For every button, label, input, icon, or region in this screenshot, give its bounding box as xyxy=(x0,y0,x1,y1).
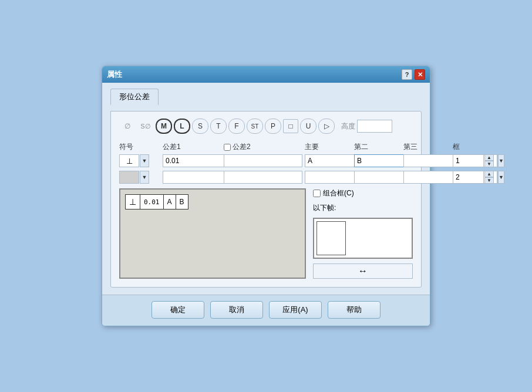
row1-symbol-value: ⊥ xyxy=(126,157,133,165)
preview-sym-icon: ⊥ xyxy=(126,195,140,209)
row2-symbol-cell: ▼ xyxy=(119,171,160,184)
sym-f[interactable]: F xyxy=(228,119,245,134)
row2-tol2-cell xyxy=(224,171,302,184)
row1-frame-cell: ▲ ▼ xyxy=(453,154,494,167)
right-panel: 组合框(C) 以下帧: ↔ xyxy=(313,188,413,279)
main-area: ⊥ 0.01 A B 组合框(C) 以下帧: xyxy=(119,188,413,279)
row1-frame-up[interactable]: ▲ xyxy=(484,154,494,161)
row1-symbol-dropdown[interactable]: ▼ xyxy=(140,154,149,167)
row2-tol2-input[interactable] xyxy=(224,171,302,184)
row1-frame-spinner: ▲ ▼ xyxy=(484,154,494,167)
row1-frame-input[interactable] xyxy=(453,154,484,167)
header-symbol: 符号 xyxy=(119,142,160,152)
row2-frame-down[interactable]: ▼ xyxy=(484,177,494,184)
row2-tol1-cell xyxy=(163,171,221,184)
sym-rect[interactable]: □ xyxy=(283,119,298,133)
preview-tol-value: 0.01 xyxy=(140,195,164,209)
sym-play[interactable]: ▷ xyxy=(318,119,335,134)
tab-content: ∅ S∅ M L S T F ST P □ U ▷ 高度 符号 公差1 xyxy=(110,111,422,288)
frame-preview xyxy=(313,218,413,259)
row1-symbol-cell: ⊥ ▼ xyxy=(119,154,160,167)
row2-second-cell: ▼ xyxy=(354,171,401,184)
header-third: 第三 xyxy=(403,142,450,152)
sym-m[interactable]: M xyxy=(156,119,172,134)
row1-tol1-cell xyxy=(163,154,221,167)
height-input[interactable] xyxy=(357,120,392,133)
close-title-btn[interactable]: ✕ xyxy=(415,69,425,80)
form-row-1: ⊥ ▼ ▼ ▼ xyxy=(119,154,413,167)
preview-box: ⊥ 0.01 A B xyxy=(119,188,306,279)
form-header: 符号 公差1 公差2 主要 第二 第三 框 xyxy=(119,142,413,152)
dialog-window: 属性 ? ✕ 形位公差 ∅ S∅ M L S T F ST P □ xyxy=(102,66,430,326)
help-button[interactable]: 帮助 xyxy=(328,301,381,319)
preview-datum2: B xyxy=(176,195,188,209)
cancel-button[interactable]: 取消 xyxy=(210,301,263,319)
header-main: 主要 xyxy=(305,142,352,152)
row2-third-cell: ▼ xyxy=(403,171,450,184)
combine-checkbox[interactable] xyxy=(313,190,321,197)
row1-second-cell: ▼ xyxy=(354,154,401,167)
title-bar: 属性 ? ✕ xyxy=(102,66,430,83)
row1-third-cell: ▼ xyxy=(403,154,450,167)
frame-preview-inner xyxy=(316,221,346,255)
row1-symbol-box: ⊥ xyxy=(119,154,139,167)
combine-box-label: 组合框(C) xyxy=(313,188,413,198)
combine-label-text: 组合框(C) xyxy=(323,188,354,198)
sym-s[interactable]: S xyxy=(192,119,208,134)
arrow-button[interactable]: ↔ xyxy=(313,263,413,279)
window-title: 属性 xyxy=(107,69,122,80)
row2-main-cell: ▼ xyxy=(305,171,352,184)
sym-diameter[interactable]: ∅ xyxy=(119,119,136,134)
header-tol2-label: 公差2 xyxy=(233,142,251,152)
row1-frame-down[interactable]: ▼ xyxy=(484,161,494,167)
preview-symbol: ⊥ 0.01 A B xyxy=(125,194,188,209)
row2-frame-cell: ▲ ▼ xyxy=(453,171,494,184)
row1-third-dropdown[interactable]: ▼ xyxy=(498,154,504,167)
row1-tol2-cell xyxy=(224,154,302,167)
help-title-btn[interactable]: ? xyxy=(402,69,412,80)
height-label: 高度 xyxy=(341,121,355,131)
title-bar-controls: ? ✕ xyxy=(402,69,425,80)
sym-l[interactable]: L xyxy=(174,119,190,134)
tol2-checkbox[interactable] xyxy=(224,144,231,151)
sym-t[interactable]: T xyxy=(210,119,227,134)
header-frame: 框 xyxy=(453,142,494,152)
sym-st[interactable]: ST xyxy=(247,119,263,134)
tab-geometric-tolerance[interactable]: 形位公差 xyxy=(110,89,159,105)
ok-button[interactable]: 确定 xyxy=(151,301,204,319)
header-tol1: 公差1 xyxy=(163,142,221,152)
row1-tol2-input[interactable] xyxy=(224,154,302,167)
dialog-footer: 确定 取消 应用(A) 帮助 xyxy=(102,295,430,326)
header-tol2-check: 公差2 xyxy=(224,142,302,152)
row2-symbol-box xyxy=(119,171,139,184)
sym-s-diameter[interactable]: S∅ xyxy=(137,119,154,134)
form-row-2: ▼ ▼ ▼ xyxy=(119,171,413,184)
row2-frame-input[interactable] xyxy=(453,171,484,184)
row2-frame-up[interactable]: ▲ xyxy=(484,171,494,177)
row1-main-cell: ▼ xyxy=(305,154,352,167)
row2-third-dropdown[interactable]: ▼ xyxy=(498,171,504,184)
row2-frame-spinner: ▲ ▼ xyxy=(484,171,494,184)
apply-button[interactable]: 应用(A) xyxy=(269,301,322,319)
symbol-toolbar: ∅ S∅ M L S T F ST P □ U ▷ 高度 xyxy=(119,119,413,134)
preview-datum1: A xyxy=(164,195,176,209)
sym-u[interactable]: U xyxy=(300,119,316,134)
row2-symbol-dropdown[interactable]: ▼ xyxy=(140,171,149,184)
tab-bar: 形位公差 xyxy=(110,89,422,105)
header-second: 第二 xyxy=(354,142,401,152)
sym-p[interactable]: P xyxy=(265,119,281,134)
dialog-body: 形位公差 ∅ S∅ M L S T F ST P □ U ▷ 高度 xyxy=(102,83,430,295)
frames-label: 以下帧: xyxy=(313,203,413,213)
